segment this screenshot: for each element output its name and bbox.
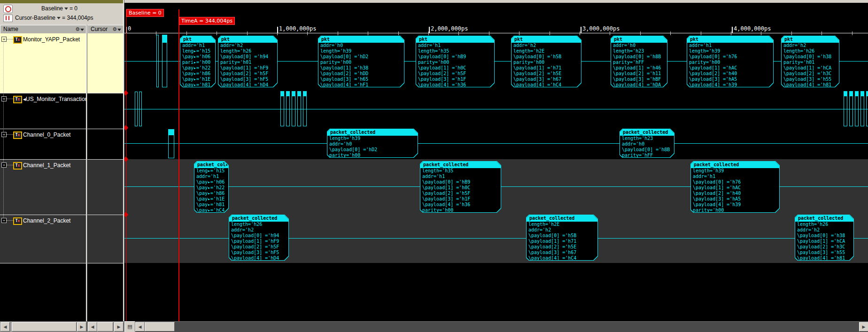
stream-start-marker	[124, 93, 128, 96]
transaction-box[interactable]: pktaddr='h0length='h23\payload[0] ='h8Bp…	[611, 36, 667, 87]
transaction-box[interactable]: packet_collectedlength='h26addr='h2\payl…	[795, 215, 854, 261]
transaction-box[interactable]: pktaddr='h1length='h35\payload[0] ='hB9p…	[416, 36, 495, 87]
scroll-right-button[interactable]: ▶	[77, 322, 86, 332]
row-separator	[0, 263, 86, 263]
cursor-column-gear-icon[interactable]: ⚙	[112, 25, 123, 33]
transaction-pulse[interactable]	[280, 91, 284, 126]
name-panel-hscrollbar[interactable]: ◀ ▶	[0, 321, 87, 332]
transaction-box-title: packet_collected	[527, 215, 597, 222]
transaction-box[interactable]: packet_collectedlength='h39addr='h1\payl…	[690, 161, 780, 213]
signal-tree-item-channel_2_packet[interactable]: +TxChannel_2_Packet	[0, 217, 86, 224]
scroll-thumb[interactable]	[97, 322, 113, 332]
transaction-pulse[interactable]	[168, 129, 174, 158]
transaction-field: \payload[0] ='h8B	[620, 147, 674, 153]
scroll-thumb[interactable]	[145, 322, 175, 332]
transaction-field: \payload[3] ='h1F	[416, 77, 494, 82]
scroll-thumb[interactable]	[12, 322, 77, 332]
expand-plus-icon[interactable]: +	[1, 96, 7, 101]
ruler-minor-tick	[640, 31, 641, 35]
row-separator	[0, 129, 86, 129]
transaction-box-body: packet_collectedlength='h39addr='h1\payl…	[691, 162, 779, 212]
transaction-pulse[interactable]	[162, 35, 167, 87]
signal-tree-item-channel_1_packet[interactable]: +TxChannel_1_Packet	[0, 162, 86, 169]
transaction-field: length='h39	[318, 48, 404, 54]
signal-label: ◂US_Monitor_Transaction	[23, 96, 86, 102]
transaction-box[interactable]: pktaddr='h2length='h2E\payload[0] ='h5Bp…	[511, 36, 581, 87]
transaction-box[interactable]: pktaddr='h2length='h26\payload[0] ='h38p…	[781, 36, 839, 87]
signal-tree-item-monitor_yapp_packet[interactable]: +TxMonitor_YAPP_Packet	[0, 36, 86, 43]
transaction-box-title: packet_collected	[795, 215, 853, 222]
cursor-baseline-label: Cursor-Baseline	[15, 15, 55, 21]
transaction-box[interactable]: packet_col▸leng▸='h15addr='h1\pay▸='h06\…	[194, 161, 229, 213]
transaction-box[interactable]: pktaddr='h1leng▸='h15\pay▸='h06pari▸='h0…	[180, 36, 216, 87]
baseline-dropdown-icon[interactable]	[64, 8, 68, 10]
transaction-pulse[interactable]	[139, 92, 142, 126]
waveform-hscrollbar[interactable]: ◀ ▶	[135, 321, 868, 332]
transaction-stream-icon: Tx	[13, 131, 22, 139]
baseline-flag[interactable]: Baseline = 0	[126, 9, 164, 17]
signal-tree-item-us_monitor_transaction[interactable]: +Tx◂US_Monitor_Transaction	[0, 95, 86, 103]
transaction-field: \payload[4] ='h36	[416, 82, 494, 88]
transaction-box[interactable]: pktaddr='h1length='h39\payload[0] ='h76p…	[687, 36, 774, 87]
transaction-field: \payload[3] ='hA5	[687, 77, 773, 82]
ruler-minor-tick	[822, 31, 822, 35]
name-column-gear-icon[interactable]: ⚙	[75, 25, 85, 33]
transaction-pulse[interactable]	[860, 91, 864, 126]
transaction-field: parity='hFF	[611, 60, 667, 65]
expand-plus-icon[interactable]: +	[1, 162, 7, 168]
row-separator	[87, 159, 123, 160]
cursor-panel-hscrollbar[interactable]: ◀ ▶	[87, 321, 124, 332]
transaction-box[interactable]: packet_collectedlength='h23addr='h0\payl…	[620, 129, 674, 158]
transaction-pulse[interactable]	[292, 91, 295, 126]
transaction-pulse[interactable]	[849, 91, 853, 126]
transaction-field: \payload[0] ='hB9	[420, 179, 501, 185]
timea-flag[interactable]: TimeA = 344,004ps	[179, 17, 235, 25]
transaction-box-title: pkt	[416, 36, 494, 43]
transaction-box-title: pkt	[218, 36, 277, 43]
transaction-box[interactable]: packet_collectedlength='h35addr='h1\payl…	[420, 161, 501, 213]
transaction-box[interactable]: packet_collectedlength='h2Eaddr='h2\payl…	[526, 215, 598, 261]
transaction-box[interactable]: pktaddr='h0length='h39\payload[0] ='hD2p…	[318, 36, 404, 87]
transaction-box-body: packet_collectedlength='h35addr='h1\payl…	[420, 162, 501, 212]
transaction-box[interactable]: packet_collectedlength='h39addr='h0\payl…	[327, 129, 418, 158]
pane-layout-button[interactable]: ▤	[124, 321, 135, 332]
scroll-right-button[interactable]: ▶	[859, 322, 868, 332]
baseline-cursor-line[interactable]	[126, 9, 126, 321]
transaction-pulse[interactable]	[286, 91, 290, 126]
transaction-pulse[interactable]	[855, 91, 859, 126]
transaction-pulse[interactable]	[135, 92, 138, 126]
transaction-field: \payload[0] ='h5B	[512, 54, 581, 60]
transaction-field: addr='h1	[194, 174, 228, 179]
name-column-header[interactable]: Name ⚙	[0, 25, 87, 34]
panel-separator[interactable]	[86, 25, 87, 332]
cursor-marker-icon[interactable]	[3, 15, 13, 22]
transaction-box[interactable]: packet_collectedlength='h26addr='h2\payl…	[229, 215, 289, 261]
cursor-column-header[interactable]: Cursor ⚙	[87, 25, 124, 34]
pulse-cap	[298, 92, 301, 96]
expand-plus-icon[interactable]: +	[1, 132, 7, 137]
scroll-left-button[interactable]: ◀	[88, 322, 97, 332]
transaction-box-body: pktaddr='h2length='h26\payload[0] ='h38p…	[782, 36, 839, 87]
transaction-box-title: pkt	[782, 36, 839, 43]
transaction-pulse[interactable]	[844, 91, 847, 126]
timea-cursor-line[interactable]	[178, 9, 179, 321]
waveform-canvas[interactable]: 01,000,000ps2,000,000ps3,000,000ps4,000,…	[124, 3, 868, 321]
transaction-pulse[interactable]	[866, 91, 868, 126]
transaction-box-body: packet_collectedlength='h39addr='h0\payl…	[327, 129, 418, 157]
scroll-right-button[interactable]: ▶	[114, 322, 124, 332]
transaction-field: addr='h1	[691, 174, 779, 179]
expand-plus-icon[interactable]: +	[1, 37, 7, 42]
transaction-pulse[interactable]	[156, 35, 159, 87]
transaction-box[interactable]: pktaddr='h2length='h26\payload[0] ='h94p…	[218, 36, 278, 87]
expand-plus-icon[interactable]: +	[1, 218, 7, 223]
transaction-field: \payload[2] ='h5F	[229, 244, 288, 250]
signal-tree-item-channel_0_packet[interactable]: +TxChannel_0_Packet	[0, 131, 86, 139]
scroll-left-button[interactable]: ◀	[135, 322, 145, 332]
scroll-left-button[interactable]: ◀	[0, 322, 10, 332]
cursor-baseline-dropdown-icon[interactable]	[57, 17, 61, 19]
transaction-box-body: pktaddr='h1leng▸='h15\pay▸='h06pari▸='h0…	[180, 36, 215, 87]
transaction-pulse[interactable]	[303, 91, 307, 126]
transaction-pulse[interactable]	[297, 91, 301, 126]
ruler-major-tick	[429, 27, 430, 33]
search-target-icon[interactable]	[3, 5, 13, 13]
